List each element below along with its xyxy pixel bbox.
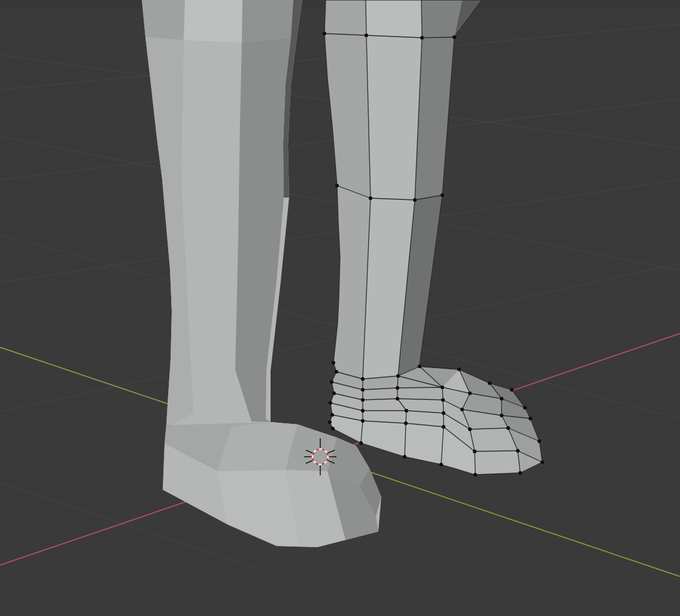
vertex-dot-38[interactable] [468,427,472,431]
vertex-dot-1[interactable] [365,34,368,37]
vertex-dot-2[interactable] [420,36,424,40]
vertex-dot-40[interactable] [488,381,491,385]
vertex-dot-10[interactable] [361,377,365,381]
vertex-dot-20[interactable] [441,398,445,402]
vertex-dot-29[interactable] [328,420,332,424]
vertex-dot-45[interactable] [518,471,522,475]
vertex-dot-11[interactable] [396,374,400,378]
vertex-dot-44[interactable] [516,449,520,453]
vertex-dot-8[interactable] [332,361,335,365]
vertex-dot-22[interactable] [361,409,365,412]
vertex-dot-19[interactable] [396,397,399,400]
vertex-dot-50[interactable] [541,460,544,464]
vertex-dot-28[interactable] [442,425,445,429]
vertex-dot-4[interactable] [335,184,339,187]
vertex-dot-31[interactable] [359,441,363,445]
vertex-dot-39[interactable] [473,450,476,453]
vertex-dot-41[interactable] [500,397,503,400]
vertex-dot-18[interactable] [361,398,365,402]
vertex-dot-30[interactable] [331,427,335,430]
vertex-dot-0[interactable] [323,32,326,35]
vertex-dot-35[interactable] [457,368,461,371]
vertex-dot-47[interactable] [523,406,527,409]
vertex-dot-43[interactable] [506,426,510,430]
vertex-dot-26[interactable] [361,419,365,423]
face-thigh-top-center[interactable] [184,0,242,43]
vertex-dot-23[interactable] [405,409,408,412]
vertex-dot-15[interactable] [396,386,399,390]
viewport-canvas[interactable] [0,0,680,616]
vertex-dot-21[interactable] [329,401,332,405]
vertex-dot-37[interactable] [460,408,464,411]
vertex-dot-9[interactable] [335,370,338,374]
vertex-dot-46[interactable] [510,388,514,392]
vertex-dot-33[interactable] [439,463,443,466]
vertex-dot-12[interactable] [418,365,421,368]
vertex-dot-7[interactable] [441,193,444,197]
vertex-dot-14[interactable] [361,388,365,392]
vertex-dot-36[interactable] [468,392,472,395]
vertex-dot-17[interactable] [332,392,336,395]
vertex-dot-42[interactable] [500,414,503,417]
vertex-dot-48[interactable] [529,417,532,420]
face-toe-ring-bottom[interactable] [475,451,520,475]
vertex-dot-3[interactable] [453,35,456,39]
vertex-dot-6[interactable] [413,198,417,202]
vertex-dot-24[interactable] [442,411,445,415]
face-thigh-top-left[interactable] [142,0,185,40]
vertex-dot-25[interactable] [330,413,334,417]
face-thigh-center-top[interactable] [366,0,422,38]
vertex-dot-16[interactable] [441,386,444,389]
blender-3d-viewport[interactable] [0,0,680,616]
vertex-dot-32[interactable] [403,455,406,459]
vertex-dot-34[interactable] [473,473,477,477]
vertex-dot-49[interactable] [538,439,541,443]
vertex-dot-13[interactable] [330,380,333,384]
vertex-dot-5[interactable] [369,196,372,200]
face-thigh-top-right[interactable] [242,0,293,43]
vertex-dot-27[interactable] [404,421,408,425]
